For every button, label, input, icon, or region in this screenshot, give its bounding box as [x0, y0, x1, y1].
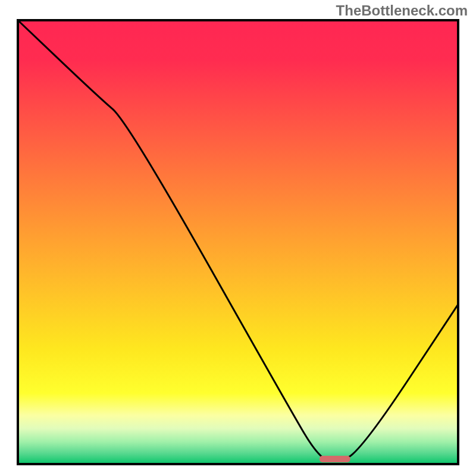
minimum-marker [320, 456, 350, 462]
plot-background [18, 20, 458, 464]
bottleneck-chart [0, 0, 476, 476]
watermark-text: TheBottleneck.com [336, 2, 468, 19]
chart-container: TheBottleneck.com [0, 0, 476, 476]
